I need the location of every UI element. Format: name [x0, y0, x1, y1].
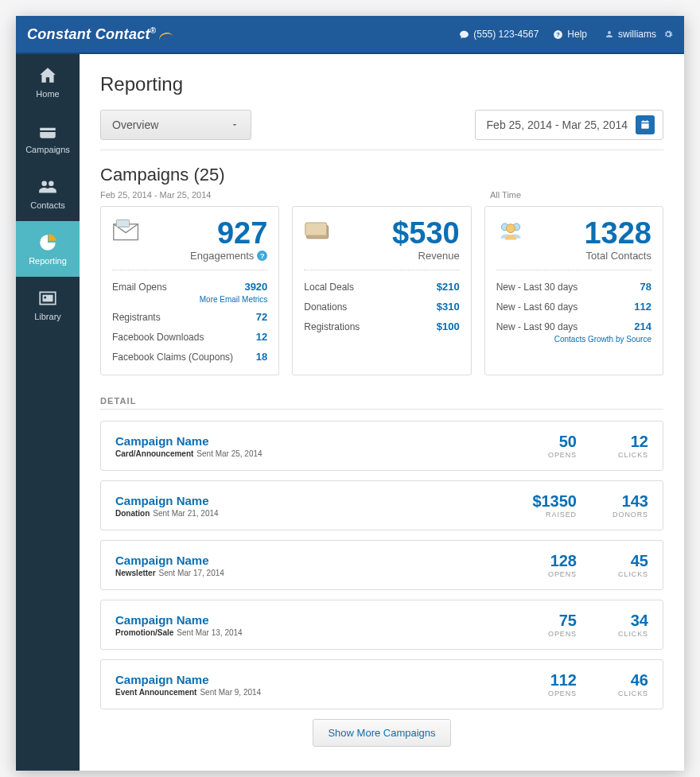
revenue-label: Revenue — [418, 250, 460, 262]
nav-label: Campaigns — [25, 145, 70, 154]
engagements-label: Engagements — [190, 250, 254, 262]
row-name: Registrations — [304, 321, 360, 332]
content-area: Reporting Overview Feb 25, 2014 - Mar 25… — [80, 54, 684, 771]
card-row: Donations$310 — [304, 297, 459, 317]
card-row: Registrants72 — [112, 307, 267, 327]
people-icon — [37, 177, 58, 197]
card-row: New - Last 30 days78 — [496, 277, 651, 297]
piechart-icon — [37, 232, 58, 253]
row-value: 72 — [256, 311, 267, 323]
contacts-label: Total Contacts — [586, 250, 651, 262]
chevron-down-icon — [230, 120, 239, 130]
row-value: $100 — [437, 321, 460, 332]
card-row: Email Opens3920 — [112, 277, 267, 297]
campaign-title: Campaign Name — [115, 434, 505, 448]
campaign-stat-2: 143DONORS — [577, 492, 648, 519]
revenue-value: $530 — [392, 218, 460, 248]
campaign-row[interactable]: Campaign NameNewsletterSent Mar 17, 2014… — [100, 540, 663, 590]
row-name: New - Last 30 days — [496, 282, 578, 293]
campaign-list: Campaign NameCard/AnnouncementSent Mar 2… — [100, 421, 663, 709]
campaign-stat-2: 12CLICKS — [577, 433, 648, 459]
sidebar-item-home[interactable]: Home — [16, 54, 80, 110]
page-title: Reporting — [100, 73, 663, 95]
contacts-value: 1328 — [584, 218, 651, 248]
row-name: Local Deals — [304, 282, 354, 293]
divider — [100, 409, 663, 410]
row-value: 3920 — [244, 281, 267, 293]
range-labels: Feb 25, 2014 - Mar 25, 2014 All Time — [100, 190, 663, 200]
campaign-row[interactable]: Campaign NameDonationSent Mar 21, 2014$1… — [100, 480, 663, 530]
campaign-stat-1: 128OPENS — [505, 552, 577, 578]
row-value: 78 — [640, 281, 651, 293]
row-value: 214 — [634, 321, 651, 332]
date-range-text: Feb 25, 2014 - Mar 25, 2014 — [487, 118, 628, 131]
campaign-subtitle: DonationSent Mar 21, 2014 — [115, 509, 505, 518]
row-name: Email Opens — [112, 282, 167, 293]
show-more-button[interactable]: Show More Campaigns — [313, 719, 450, 747]
campaign-subtitle: Event AnnouncementSent Mar 9, 2014 — [115, 688, 505, 697]
campaign-title: Campaign Name — [115, 673, 505, 686]
card-row: Local Deals$210 — [304, 277, 459, 297]
brand-swoosh-icon — [158, 29, 174, 39]
campaign-title: Campaign Name — [115, 494, 505, 507]
trademark: ® — [150, 26, 157, 35]
campaign-title: Campaign Name — [115, 613, 505, 627]
campaign-stat-1: 75OPENS — [505, 612, 577, 638]
inbox-icon — [37, 121, 58, 142]
topbar: Constant Contact® (555) 123-4567 ? Help … — [16, 16, 684, 54]
nav-label: Contacts — [30, 200, 64, 210]
campaign-title: Campaign Name — [115, 554, 505, 567]
row-value: 12 — [256, 331, 267, 343]
library-icon — [37, 288, 58, 309]
row-name: Facebook Claims (Coupons) — [112, 352, 233, 363]
user-icon — [605, 29, 614, 39]
row-value: 112 — [634, 301, 651, 313]
campaign-row[interactable]: Campaign NameEvent AnnouncementSent Mar … — [100, 659, 663, 709]
row-name: New - Last 90 days — [496, 321, 578, 332]
sidebar-item-campaigns[interactable]: Campaigns — [16, 110, 80, 165]
campaign-subtitle: Promotion/SaleSent Mar 13, 2014 — [115, 628, 505, 637]
card-row: Facebook Claims (Coupons)18 — [112, 347, 267, 367]
app-frame: Constant Contact® (555) 123-4567 ? Help … — [16, 16, 684, 771]
help-link[interactable]: ? Help — [553, 29, 587, 40]
home-icon — [37, 65, 58, 86]
card-row: Facebook Downloads12 — [112, 327, 267, 347]
campaign-row[interactable]: Campaign NamePromotion/SaleSent Mar 13, … — [100, 600, 663, 650]
user-menu[interactable]: swilliams — [601, 29, 673, 40]
sidebar-item-library[interactable]: Library — [16, 277, 80, 332]
svg-rect-7 — [305, 223, 327, 235]
view-selector-value: Overview — [112, 118, 158, 131]
campaign-row[interactable]: Campaign NameCard/AnnouncementSent Mar 2… — [100, 421, 663, 471]
svg-text:?: ? — [556, 31, 560, 38]
campaign-subtitle: Card/AnnouncementSent Mar 25, 2014 — [115, 449, 505, 458]
help-label: Help — [567, 29, 587, 40]
campaign-stat-1: 50OPENS — [505, 433, 577, 459]
row-value: 18 — [256, 351, 267, 363]
sidebar-item-reporting[interactable]: Reporting — [16, 221, 80, 277]
engagements-label-row: Engagements ? — [112, 250, 267, 262]
contacts-growth-link[interactable]: Contacts Growth by Source — [496, 335, 651, 344]
row-name: New - Last 60 days — [496, 301, 578, 313]
phone-link[interactable]: (555) 123-4567 — [459, 29, 539, 40]
range-right: All Time — [490, 190, 663, 200]
campaign-stat-2: 34CLICKS — [577, 612, 648, 638]
phone-number: (555) 123-4567 — [473, 29, 539, 40]
chat-icon — [459, 29, 469, 40]
nav-label: Home — [36, 89, 59, 99]
card-engagements: 927 Engagements ? Email Opens3920 More E… — [100, 206, 279, 375]
campaign-subtitle: NewsletterSent Mar 17, 2014 — [115, 569, 505, 577]
view-selector[interactable]: Overview — [100, 110, 251, 140]
card-revenue: $530 Revenue Local Deals$210 Donations$3… — [292, 206, 471, 375]
help-tooltip-icon[interactable]: ? — [257, 251, 267, 261]
date-range-picker[interactable]: Feb 25, 2014 - Mar 25, 2014 — [475, 110, 663, 140]
more-email-metrics-link[interactable]: More Email Metrics — [112, 295, 267, 304]
card-row: New - Last 90 days214 — [496, 317, 651, 336]
row-name: Facebook Downloads — [112, 332, 204, 343]
nav-label: Reporting — [29, 256, 67, 266]
svg-point-10 — [506, 224, 515, 233]
calendar-icon — [636, 115, 655, 134]
sidebar-item-contacts[interactable]: Contacts — [16, 165, 80, 221]
show-more-wrap: Show More Campaigns — [100, 719, 663, 747]
contacts-icon — [496, 218, 525, 242]
row-name: Donations — [304, 301, 347, 313]
